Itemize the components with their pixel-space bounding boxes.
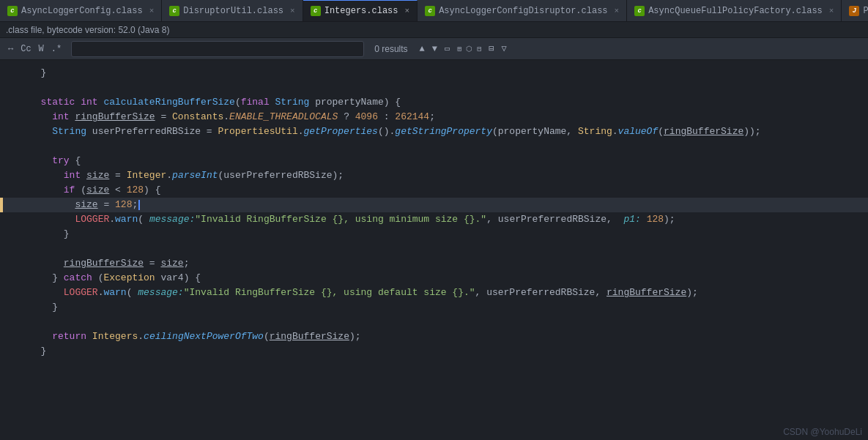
- close-icon-3[interactable]: ×: [405, 7, 410, 15]
- code-line-1: }: [0, 66, 868, 81]
- close-icon-2[interactable]: ×: [290, 7, 295, 15]
- left-indicator: [0, 198, 3, 212]
- line-content-closebrace1: }: [29, 227, 862, 242]
- line-content-method: static int calculateRingBufferSize(final…: [29, 95, 862, 110]
- line-content-parseint: int size = Integer.parseInt(userPreferre…: [29, 168, 862, 183]
- code-line-catch: } catch (Exception var4) {: [0, 271, 868, 286]
- line-content-if: if (size < 128) {: [29, 183, 862, 198]
- class-icon-4: c: [425, 6, 435, 16]
- line-content-loggerwarn1: LOGGER.warn( message:"Invalid RingBuffer…: [29, 212, 862, 227]
- line-content-userpreferred: String userPreferredRBSize = PropertiesU…: [29, 124, 862, 139]
- search-input[interactable]: [76, 44, 359, 54]
- code-line-return: return Integers.ceilingNextPowerOfTwo(ri…: [0, 329, 868, 344]
- line-content-blank3: [29, 242, 862, 256]
- line-content-blank2: [29, 139, 862, 154]
- watermark: CSDN @YoohuDeLi: [783, 427, 862, 437]
- tab-bar: c AsyncLoggerConfig.class × c DisruptorU…: [0, 0, 868, 22]
- line-content-ringbuf: int ringBufferSize = Constants.ENABLE_TH…: [29, 110, 862, 124]
- search-results: 0 results: [374, 44, 407, 54]
- line-content-closefinal: }: [29, 344, 862, 359]
- code-line-closebrace1: }: [0, 227, 868, 242]
- code-line-blank3: [0, 242, 868, 256]
- close-icon-1[interactable]: ×: [149, 7, 155, 15]
- class-icon-1: c: [7, 6, 18, 16]
- code-line-method: static int calculateRingBufferSize(final…: [0, 95, 868, 110]
- line-content-assign: ringBufferSize = size;: [29, 256, 862, 271]
- search-input-area: [71, 41, 364, 57]
- search-select-all-icon[interactable]: ▭: [442, 42, 453, 55]
- code-line-closefinal: }: [0, 344, 868, 359]
- close-icon-5[interactable]: ×: [829, 7, 834, 15]
- class-icon-3: c: [311, 6, 321, 16]
- code-line-try: try {: [0, 154, 868, 168]
- search-icon-group: ↔ Cc W .*: [6, 42, 64, 56]
- code-line-loggerwarn2: LOGGER.warn( message:"Invalid RingBuffer…: [0, 286, 868, 300]
- code-line-userpreferred: String userPreferredRBSize = PropertiesU…: [0, 124, 868, 139]
- regex-icon[interactable]: .*: [49, 42, 64, 56]
- close-icon-4[interactable]: ×: [615, 7, 620, 15]
- line-content-try: try {: [29, 154, 862, 168]
- tab-disruptorutil[interactable]: c DisruptorUtil.class ×: [162, 0, 303, 21]
- code-line-ringbuf: int ringBufferSize = Constants.ENABLE_TH…: [0, 110, 868, 124]
- code-line-size128: size = 128;: [0, 198, 868, 212]
- line-content-size128: size = 128;: [29, 198, 862, 212]
- tab-asyncloggerconfigdisruptor[interactable]: c AsyncLoggerConfigDisruptor.class ×: [418, 0, 627, 21]
- case-icon[interactable]: Cc: [18, 42, 33, 56]
- tab-label-3: Integers.class: [324, 6, 398, 16]
- code-line-blank2: [0, 139, 868, 154]
- line-content-blank4: [29, 315, 862, 329]
- code-line-blank4: [0, 315, 868, 329]
- search-columns-icon[interactable]: ⊟: [486, 42, 497, 55]
- search-bar: ↔ Cc W .* 0 results ▲ ▼ ▭ ⊞ ⬡ ⊟ ⊟ ▽: [0, 38, 868, 60]
- line-content-closebrace2: }: [29, 300, 862, 315]
- word-icon[interactable]: W: [37, 42, 46, 56]
- code-line-closebrace2: }: [0, 300, 868, 315]
- code-line-parseint: int size = Integer.parseInt(userPreferre…: [0, 168, 868, 183]
- search-filter-icon[interactable]: ▽: [499, 42, 510, 55]
- java-icon-6: J: [849, 6, 859, 16]
- line-content-1: }: [29, 66, 862, 81]
- search-prev-icon[interactable]: ▲: [417, 43, 428, 55]
- code-area: } static int calculateRingBufferSize(fin…: [0, 60, 868, 440]
- code-line-blank1: [0, 81, 868, 95]
- tab-label-4: AsyncLoggerConfigDisruptor.class: [439, 6, 607, 16]
- status-bar: .class file, bytecode version: 52.0 (Jav…: [0, 22, 868, 38]
- tab-propertiesutil[interactable]: J PropertiesUtil.java ×: [842, 0, 868, 21]
- search-next-icon[interactable]: ▼: [429, 43, 440, 55]
- replace-icon[interactable]: ↔: [6, 42, 15, 56]
- class-icon-2: c: [169, 6, 179, 16]
- code-line-loggerwarn1: LOGGER.warn( message:"Invalid RingBuffer…: [0, 212, 868, 227]
- class-icon-5: c: [634, 6, 645, 16]
- tab-label-2: DisruptorUtil.class: [183, 6, 283, 16]
- tab-label-5: AsyncQueueFullPolicyFactory.class: [648, 6, 823, 16]
- line-content-loggerwarn2: LOGGER.warn( message:"Invalid RingBuffer…: [29, 286, 862, 300]
- tab-integers[interactable]: c Integers.class ×: [303, 0, 418, 21]
- code-line-assign: ringBufferSize = size;: [0, 256, 868, 271]
- search-nav-buttons: ▲ ▼ ▭ ⊞ ⬡ ⊟ ⊟ ▽: [417, 42, 510, 55]
- tab-asyncqueuefullpolicyfactory[interactable]: c AsyncQueueFullPolicyFactory.class ×: [627, 0, 842, 21]
- line-content-blank1: [29, 81, 862, 95]
- tab-asyncloggerconfig[interactable]: c AsyncLoggerConfig.class ×: [0, 0, 162, 21]
- tab-label-1: AsyncLoggerConfig.class: [21, 6, 143, 16]
- status-text: .class file, bytecode version: 52.0 (Jav…: [6, 25, 169, 35]
- code-line-if: if (size < 128) {: [0, 183, 868, 198]
- line-content-return: return Integers.ceilingNextPowerOfTwo(ri…: [29, 329, 862, 344]
- tab-label-6: PropertiesUtil.java: [863, 6, 868, 16]
- search-more-icon[interactable]: ⊞ ⬡ ⊟: [454, 44, 484, 54]
- line-content-catch: } catch (Exception var4) {: [29, 271, 862, 286]
